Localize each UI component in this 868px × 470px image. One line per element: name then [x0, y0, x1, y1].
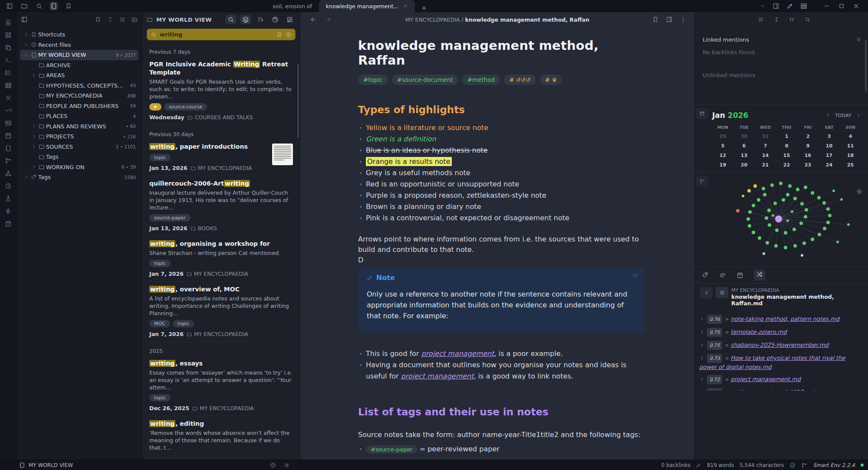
calendar-day[interactable]: 8 — [776, 143, 797, 149]
tree-item[interactable]: Shortcuts — [20, 29, 138, 40]
tree-item[interactable]: HYPOTHESES, CONCEPTS... 43 — [20, 81, 138, 91]
calendar-day[interactable]: 2 — [797, 134, 819, 139]
example-item[interactable]: Having a document that outlines how you … — [358, 359, 644, 382]
calendar-day[interactable]: 20 — [733, 162, 755, 168]
open-folder-icon[interactable] — [20, 2, 29, 10]
tree-item[interactable]: PLANS AND REVIEWS • 60 — [20, 121, 138, 132]
tree-item[interactable]: PEOPLE AND PUBLISHERS 59 — [20, 101, 138, 111]
ribbon-git-branch-icon[interactable] — [5, 157, 12, 164]
tree-item[interactable]: PROJECTS • 216 — [20, 131, 138, 142]
tree-item[interactable]: MY ENCYCLOPAEDIA 498 — [20, 91, 138, 101]
code-block-icon[interactable] — [632, 272, 638, 278]
chevron-right-icon[interactable] — [30, 164, 37, 170]
sort-asc-icon[interactable] — [789, 16, 795, 23]
calendar-day[interactable]: 7 — [755, 143, 776, 149]
panel-icon[interactable] — [21, 16, 28, 23]
similar-note-row[interactable]: 0.76>note-taking method, pattern notes.m… — [699, 315, 862, 324]
result-tag[interactable]: topic — [173, 320, 194, 327]
sidebar-toggle-icon[interactable] — [5, 2, 14, 10]
calendar-day[interactable]: 13 — [733, 153, 755, 158]
layers-icon[interactable] — [240, 15, 251, 24]
calendar-day[interactable]: 25 — [840, 162, 861, 168]
similar-note-link[interactable]: writing, overview of, MOC.md — [731, 389, 814, 391]
tree-item[interactable]: AREAS — [20, 70, 138, 81]
link-icon[interactable] — [719, 272, 726, 279]
calendar-day[interactable]: 1 — [776, 134, 797, 139]
notebook-icon[interactable] — [49, 2, 58, 10]
search-result-item[interactable]: PGR Inclusive Academic Writing Retreat T… — [148, 57, 294, 125]
calendar-day[interactable]: 12 — [712, 153, 733, 158]
highlight-type-item[interactable]: Red is an opportunistic or unsupported n… — [358, 179, 644, 190]
similar-note-row[interactable]: 0.72>project management.md — [699, 375, 862, 384]
note-body[interactable]: knowledge management method, Raffan #top… — [300, 27, 694, 459]
tree-item[interactable]: Recent files — [20, 40, 138, 50]
sort-desc-icon[interactable] — [255, 15, 266, 24]
table-icon[interactable] — [800, 3, 807, 10]
clear-search-icon[interactable] — [286, 32, 292, 38]
similar-note-link[interactable]: template-zotero.md — [731, 329, 787, 335]
highlight-type-item[interactable]: Blue is an ideas or hypothesis note — [358, 145, 644, 156]
note-tag-pill[interactable]: #topic — [358, 75, 388, 85]
chevron-right-icon[interactable] — [699, 343, 704, 348]
highlight-type-item[interactable]: Green is a definition — [358, 134, 644, 145]
ribbon-copy-icon[interactable] — [5, 44, 12, 51]
backlink-count[interactable]: 0 backlinks — [661, 462, 690, 468]
ribbon-flask-icon[interactable] — [5, 195, 12, 202]
tree-item[interactable]: ARCHIVE — [20, 60, 138, 71]
breadcrumb-parent[interactable]: MY ENCYCLOPAEDIA — [405, 16, 460, 23]
search-icon[interactable] — [805, 16, 811, 23]
note-tag-pill[interactable]: # ♛ — [540, 75, 562, 85]
ribbon-table-icon[interactable] — [5, 82, 12, 89]
chevron-right-icon[interactable] — [699, 317, 704, 322]
calendar-day[interactable]: 4 — [840, 134, 861, 139]
palette-icon[interactable] — [270, 15, 281, 24]
breadcrumb-current[interactable]: knowledge management method, Raffan — [465, 16, 589, 23]
chevron-right-icon[interactable] — [699, 330, 704, 335]
scrollbar[interactable] — [297, 64, 299, 138]
maximize-button[interactable] — [834, 0, 849, 12]
heading-types-of-highlights[interactable]: Types of highlights — [358, 104, 644, 115]
ribbon-terminal-icon[interactable] — [5, 57, 12, 64]
close-button[interactable] — [849, 0, 864, 12]
result-tag[interactable]: topic — [149, 394, 171, 401]
pause-icon[interactable] — [700, 287, 713, 298]
edit-mode-icon[interactable] — [696, 463, 701, 468]
unlinked-mentions-label[interactable]: Unlinked mentions — [703, 72, 860, 104]
tab-knowledge-management[interactable]: knowledge management... — [319, 0, 415, 12]
chevron-right-icon[interactable] — [23, 42, 30, 47]
calendar-day[interactable]: 3 — [819, 134, 840, 139]
similar-note-link[interactable]: shabanov-2025-Howremember.md — [731, 342, 829, 348]
note-title[interactable]: knowledge management method, Raffan — [358, 38, 644, 68]
note-tag-pill[interactable]: #source-document — [392, 75, 458, 85]
calendar-day[interactable]: 9 — [797, 143, 819, 149]
ribbon-cross-tools-icon[interactable] — [5, 95, 12, 101]
calendar-tab-icon[interactable] — [697, 108, 708, 119]
tree-item[interactable]: MY WORLD VIEW 9 • 2027 — [20, 50, 138, 60]
tab-soil-erosion[interactable]: soil, erosion of — [266, 0, 319, 12]
calendar-day[interactable]: 21 — [755, 162, 776, 168]
search-result-item[interactable]: quillercouch-2006-Artwriting Inaugural l… — [148, 176, 294, 236]
bookmark-icon[interactable] — [64, 2, 73, 10]
note-tag-pill[interactable]: # ↺↺↺ — [504, 75, 536, 85]
ribbon-notebook-icon[interactable] — [5, 145, 12, 152]
similar-note-link[interactable]: project management.md — [731, 376, 801, 382]
calendar-prev-icon[interactable] — [825, 113, 831, 118]
expand-vertical-icon[interactable] — [773, 16, 779, 23]
highlight-type-item[interactable]: Grey is a useful methods note — [358, 167, 644, 179]
calendar-day[interactable]: 11 — [840, 143, 861, 149]
chevron-down-icon[interactable] — [23, 52, 30, 58]
chevron-right-icon[interactable] — [30, 73, 37, 78]
ribbon-code-percent-icon[interactable]: <% — [5, 107, 12, 114]
similar-note-row[interactable]: 0.75>shabanov-2025-Howremember.md — [699, 341, 862, 350]
chevron-right-icon[interactable] — [30, 124, 37, 129]
ribbon-id-card-icon[interactable] — [5, 120, 12, 127]
highlight-type-item[interactable]: Brown is a planning or diary note — [358, 201, 644, 212]
search-input[interactable] — [160, 31, 273, 38]
result-tag[interactable]: MOC — [149, 320, 170, 327]
calendar-day[interactable]: 19 — [712, 162, 733, 168]
chevron-right-icon[interactable] — [699, 356, 704, 361]
heading-list-of-tags[interactable]: List of tags and their use in notes — [358, 406, 644, 418]
highlight-type-item[interactable]: Yellow is a literature or source note — [358, 122, 644, 134]
note-callout[interactable]: Note Only use a reference to another not… — [358, 267, 644, 333]
sort-list-icon[interactable] — [119, 16, 125, 23]
